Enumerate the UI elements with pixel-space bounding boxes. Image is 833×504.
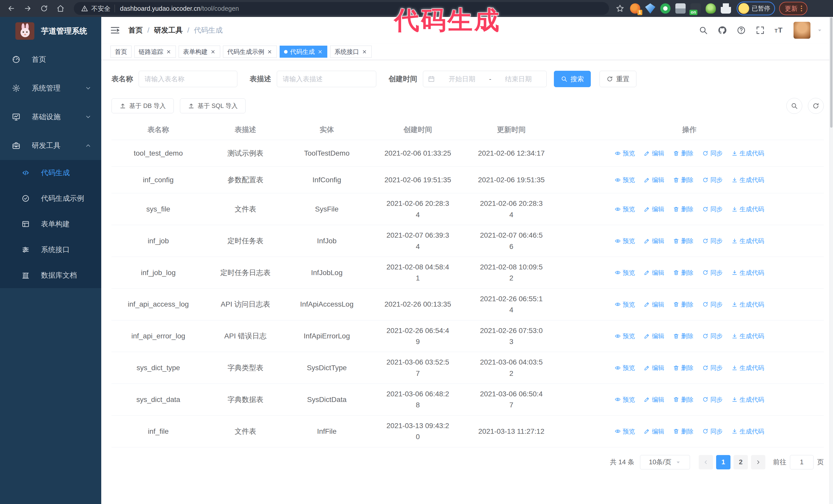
reset-button[interactable]: 重置: [599, 71, 636, 87]
close-icon[interactable]: [166, 49, 171, 55]
show-search-button[interactable]: [786, 98, 802, 114]
page-number-button[interactable]: 2: [734, 455, 748, 470]
sync-action[interactable]: 同步: [702, 363, 723, 373]
browser-scrollbar[interactable]: [829, 17, 833, 504]
preview-action[interactable]: 预览: [615, 363, 635, 373]
scrollbar-thumb[interactable]: [830, 18, 832, 128]
extension-icon-7[interactable]: [721, 3, 731, 14]
next-page-button[interactable]: [751, 455, 765, 470]
breadcrumb-item[interactable]: 首页: [128, 25, 143, 35]
sidebar-item-devtools[interactable]: 研发工具: [0, 131, 101, 160]
hamburger-icon[interactable]: [110, 25, 120, 35]
generate-code-action[interactable]: 生成代码: [732, 148, 764, 158]
browser-back-icon[interactable]: [5, 2, 18, 15]
edit-action[interactable]: 编辑: [644, 427, 664, 436]
close-icon[interactable]: [267, 49, 272, 55]
fullscreen-icon[interactable]: [756, 26, 765, 35]
generate-code-action[interactable]: 生成代码: [732, 175, 764, 185]
refresh-table-button[interactable]: [808, 98, 824, 114]
security-label[interactable]: 不安全: [91, 4, 111, 13]
page-size-select[interactable]: 10条/页: [640, 455, 690, 470]
goto-page-input[interactable]: [790, 455, 813, 470]
sidebar-item-infra[interactable]: 基础设施: [0, 102, 101, 131]
delete-action[interactable]: 删除: [673, 427, 694, 436]
tab[interactable]: 系统接口: [330, 46, 372, 58]
generate-code-action[interactable]: 生成代码: [732, 331, 764, 341]
close-icon[interactable]: [362, 49, 367, 55]
tab[interactable]: 链路追踪: [134, 46, 176, 58]
edit-action[interactable]: 编辑: [644, 331, 664, 341]
edit-action[interactable]: 编辑: [644, 300, 664, 309]
sync-action[interactable]: 同步: [702, 148, 723, 158]
extension-icon-6[interactable]: [706, 3, 716, 14]
browser-update-button[interactable]: 更新: [779, 2, 807, 15]
sync-action[interactable]: 同步: [702, 204, 723, 214]
github-icon[interactable]: [718, 26, 727, 35]
date-range-picker[interactable]: 开始日期 - 结束日期: [423, 71, 547, 87]
table-desc-input[interactable]: [277, 71, 376, 87]
generate-code-action[interactable]: 生成代码: [732, 268, 764, 278]
delete-action[interactable]: 删除: [673, 236, 694, 246]
browser-home-icon[interactable]: [54, 2, 67, 15]
delete-action[interactable]: 删除: [673, 395, 694, 404]
edit-action[interactable]: 编辑: [644, 236, 664, 246]
text-size-icon[interactable]: TT: [775, 26, 784, 35]
sync-action[interactable]: 同步: [702, 268, 723, 278]
breadcrumb-item[interactable]: 研发工具: [154, 25, 183, 35]
sync-action[interactable]: 同步: [702, 427, 723, 436]
preview-action[interactable]: 预览: [615, 395, 635, 404]
extension-icon-4[interactable]: [675, 3, 686, 14]
import-sql-button[interactable]: 基于 SQL 导入: [180, 98, 245, 113]
sidebar-item-system[interactable]: 系统管理: [0, 74, 101, 102]
preview-action[interactable]: 预览: [615, 331, 635, 341]
extension-icon-1[interactable]: 1: [630, 3, 640, 14]
close-icon[interactable]: [210, 49, 216, 55]
preview-action[interactable]: 预览: [615, 204, 635, 214]
extension-icon-3[interactable]: [660, 3, 670, 14]
preview-action[interactable]: 预览: [615, 300, 635, 309]
start-date-placeholder[interactable]: 开始日期: [438, 75, 485, 83]
preview-action[interactable]: 预览: [615, 236, 635, 246]
tab[interactable]: 代码生成示例: [223, 46, 277, 58]
search-button[interactable]: 搜索: [554, 71, 591, 87]
table-name-input[interactable]: [139, 71, 237, 87]
prev-page-button[interactable]: [699, 455, 713, 470]
delete-action[interactable]: 删除: [673, 331, 694, 341]
edit-action[interactable]: 编辑: [644, 204, 664, 214]
delete-action[interactable]: 删除: [673, 268, 694, 278]
generate-code-action[interactable]: 生成代码: [732, 300, 764, 309]
browser-reload-icon[interactable]: [38, 2, 51, 15]
address-bar[interactable]: 不安全 dashboard.yudao.iocoder.cn /tool/cod…: [74, 2, 609, 15]
delete-action[interactable]: 删除: [673, 363, 694, 373]
header-search-icon[interactable]: [699, 26, 708, 35]
edit-action[interactable]: 编辑: [644, 148, 664, 158]
sidebar-item-db-doc[interactable]: 数据库文档: [0, 263, 101, 288]
sidebar-item-home[interactable]: 首页: [0, 45, 101, 74]
profile-paused-pill[interactable]: 已暂停: [737, 2, 775, 16]
bookmark-star-icon[interactable]: [616, 4, 624, 13]
delete-action[interactable]: 删除: [673, 148, 694, 158]
sidebar-item-api[interactable]: 系统接口: [0, 237, 101, 263]
delete-action[interactable]: 删除: [673, 204, 694, 214]
extension-icon-5[interactable]: on: [690, 3, 701, 14]
generate-code-action[interactable]: 生成代码: [732, 395, 764, 404]
app-logo-row[interactable]: 芋道管理系统: [0, 17, 101, 45]
generate-code-action[interactable]: 生成代码: [732, 363, 764, 373]
preview-action[interactable]: 预览: [615, 427, 635, 436]
sidebar-item-form-builder[interactable]: 表单构建: [0, 211, 101, 237]
sync-action[interactable]: 同步: [702, 331, 723, 341]
extension-icon-2[interactable]: [645, 3, 656, 14]
generate-code-action[interactable]: 生成代码: [732, 236, 764, 246]
generate-code-action[interactable]: 生成代码: [732, 427, 764, 436]
page-number-button[interactable]: 1: [716, 455, 731, 470]
end-date-placeholder[interactable]: 结束日期: [495, 75, 542, 83]
help-icon[interactable]: [737, 26, 746, 35]
close-icon[interactable]: [317, 49, 323, 55]
breadcrumb-item[interactable]: 代码生成: [194, 25, 223, 35]
edit-action[interactable]: 编辑: [644, 363, 664, 373]
edit-action[interactable]: 编辑: [644, 175, 664, 185]
browser-forward-icon[interactable]: [21, 2, 34, 15]
import-db-button[interactable]: 基于 DB 导入: [112, 98, 174, 113]
tab[interactable]: 表单构建: [178, 46, 220, 58]
tab[interactable]: 首页: [111, 46, 132, 58]
